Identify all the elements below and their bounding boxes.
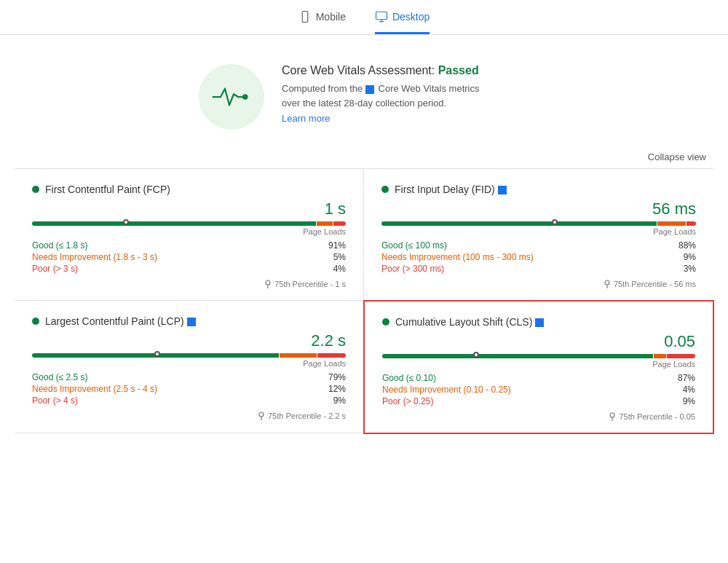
tab-mobile-label: Mobile: [316, 11, 346, 23]
stat-row: Poor (> 3 s)4%: [32, 264, 346, 274]
svg-point-12: [610, 413, 614, 417]
metric-card-cls: Cumulative Layout Shift (CLS)0.05Page Lo…: [363, 300, 714, 434]
stat-label: Needs Improvement (0.10 - 0.25): [382, 385, 511, 395]
cwv-badge: [365, 85, 374, 94]
stat-value: 87%: [678, 373, 695, 383]
stat-label: Good (≤ 1.8 s): [32, 240, 88, 251]
indicator-lcp: [154, 351, 160, 357]
stat-row: Needs Improvement (0.10 - 0.25)4%: [382, 385, 695, 395]
metrics-grid: First Contentful Paint (FCP)1 sPage Load…: [15, 168, 713, 433]
metric-value-lcp: 2.2 s: [32, 331, 346, 350]
metric-card-fid: First Input Delay (FID)56 msPage LoadsGo…: [364, 169, 713, 301]
desktop-icon: [375, 10, 388, 23]
svg-point-8: [605, 280, 609, 285]
stat-label: Needs Improvement (2.5 s - 4 s): [32, 384, 157, 394]
metric-header-lcp: Largest Contentful Paint (LCP): [32, 315, 346, 327]
stat-label: Good (≤ 2.5 s): [32, 372, 88, 382]
metric-header-fcp: First Contentful Paint (FCP): [32, 184, 346, 195]
svg-point-6: [266, 280, 270, 285]
metric-stats-lcp: Good (≤ 2.5 s)79%Needs Improvement (2.5 …: [32, 372, 346, 406]
stat-row: Needs Improvement (2.5 s - 4 s)12%: [32, 384, 346, 394]
page-loads-fcp: Page Loads: [32, 227, 346, 236]
indicator-fcp: [123, 219, 129, 225]
progress-bar-fcp: [32, 221, 346, 226]
stat-value: 12%: [328, 384, 346, 394]
page-loads-cls: Page Loads: [382, 360, 695, 369]
pin-icon: [264, 280, 272, 288]
stat-label: Poor (> 4 s): [32, 395, 78, 406]
stat-row: Good (≤ 1.8 s)91%: [32, 240, 346, 251]
assessment-icon: [199, 64, 264, 130]
metric-value-cls: 0.05: [382, 332, 695, 351]
assessment-title: Core Web Vitals Assessment: Passed: [282, 64, 529, 77]
metric-stats-fcp: Good (≤ 1.8 s)91%Needs Improvement (1.8 …: [32, 240, 346, 274]
stat-row: Good (≤ 100 ms)88%: [381, 240, 696, 251]
stat-row: Poor (> 300 ms)3%: [381, 264, 696, 274]
progress-bar-cls: [382, 354, 695, 358]
indicator-fid: [552, 219, 558, 225]
metric-value-fcp: 1 s: [32, 200, 346, 218]
svg-point-10: [259, 412, 264, 417]
status-dot-lcp: [32, 318, 39, 325]
metric-title-cls: Cumulative Layout Shift (CLS): [395, 316, 544, 328]
metric-stats-cls: Good (≤ 0.10)87%Needs Improvement (0.10 …: [382, 373, 695, 406]
mobile-icon: [298, 10, 312, 23]
metric-card-fcp: First Contentful Paint (FCP)1 sPage Load…: [15, 169, 364, 301]
pin-icon: [604, 280, 611, 288]
metric-title-lcp: Largest Contentful Paint (LCP): [45, 315, 196, 327]
collapse-view-button[interactable]: Collapse view: [0, 151, 728, 168]
metric-title-fcp: First Contentful Paint (FCP): [45, 184, 170, 195]
stat-row: Needs Improvement (100 ms - 300 ms)9%: [381, 252, 696, 262]
indicator-cls: [473, 352, 479, 358]
pulse-icon: [210, 82, 253, 111]
metric-card-lcp: Largest Contentful Paint (LCP)2.2 sPage …: [15, 301, 364, 433]
tab-mobile[interactable]: Mobile: [298, 10, 346, 34]
stat-value: 4%: [333, 264, 346, 274]
svg-point-5: [242, 94, 248, 100]
percentile-fcp: 75th Percentile - 1 s: [32, 280, 346, 288]
metric-stats-fid: Good (≤ 100 ms)88%Needs Improvement (100…: [381, 240, 696, 274]
percentile-lcp: 75th Percentile - 2.2 s: [32, 412, 346, 420]
stat-value: 5%: [333, 252, 346, 262]
assessment-status: Passed: [438, 64, 479, 76]
percentile-fid: 75th Percentile - 56 ms: [381, 280, 696, 288]
status-dot-cls: [382, 318, 389, 326]
svg-rect-0: [302, 12, 308, 23]
learn-more-link[interactable]: Learn more: [282, 113, 330, 124]
cwv-badge-lcp: [187, 318, 196, 326]
tab-bar: Mobile Desktop: [0, 0, 728, 35]
stat-label: Poor (> 0.25): [382, 396, 433, 406]
stat-row: Poor (> 0.25)9%: [382, 396, 695, 406]
pin-icon: [258, 412, 265, 420]
stat-row: Poor (> 4 s)9%: [32, 395, 346, 406]
progress-bar-lcp: [32, 353, 346, 358]
stat-row: Good (≤ 2.5 s)79%: [32, 372, 346, 382]
tab-desktop[interactable]: Desktop: [375, 10, 430, 34]
stat-value: 9%: [333, 395, 346, 406]
metric-header-cls: Cumulative Layout Shift (CLS): [382, 316, 695, 328]
metric-title-fid: First Input Delay (FID): [395, 184, 507, 195]
stat-value: 3%: [684, 264, 696, 274]
progress-bar-fid: [381, 221, 696, 226]
assessment-section: Core Web Vitals Assessment: Passed Compu…: [0, 50, 728, 144]
stat-value: 9%: [684, 252, 696, 262]
stat-label: Poor (> 300 ms): [381, 264, 444, 274]
cwv-badge-fid: [498, 186, 507, 194]
stat-value: 91%: [328, 240, 346, 251]
stat-label: Good (≤ 100 ms): [381, 240, 447, 251]
stat-label: Good (≤ 0.10): [382, 373, 436, 383]
status-dot-fcp: [32, 186, 39, 193]
stat-value: 9%: [683, 396, 695, 406]
stat-label: Poor (> 3 s): [32, 264, 78, 274]
pin-icon: [609, 412, 616, 421]
stat-value: 88%: [678, 240, 696, 251]
svg-rect-2: [376, 12, 387, 20]
status-dot-fid: [381, 186, 389, 193]
stat-row: Good (≤ 0.10)87%: [382, 373, 695, 383]
tab-desktop-label: Desktop: [392, 11, 430, 23]
metric-header-fid: First Input Delay (FID): [381, 184, 696, 195]
stat-row: Needs Improvement (1.8 s - 3 s)5%: [32, 252, 346, 262]
stat-value: 79%: [328, 372, 346, 382]
cwv-badge-cls: [535, 318, 544, 327]
stat-value: 4%: [683, 385, 695, 395]
